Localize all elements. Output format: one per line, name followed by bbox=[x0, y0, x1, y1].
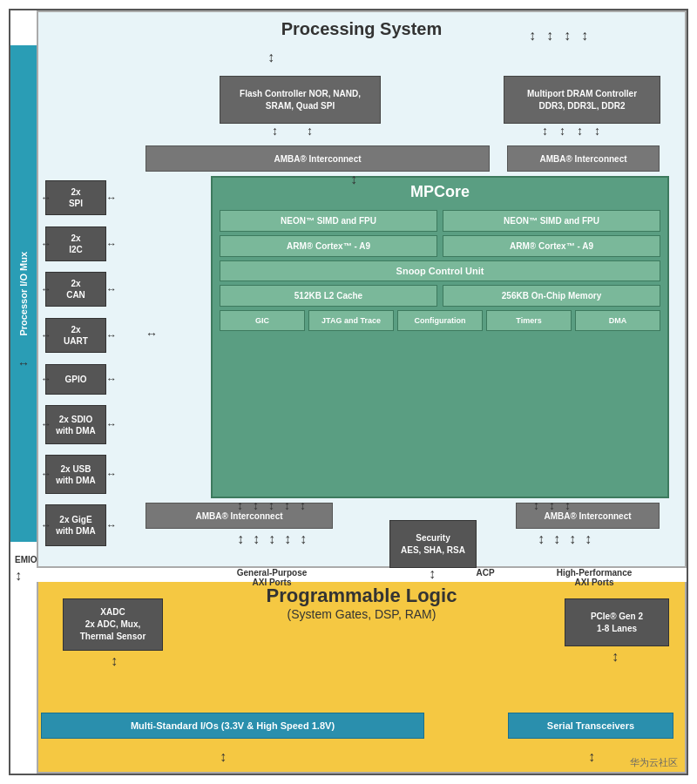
cortex2-label: ARM® Cortex™ - A9 bbox=[510, 241, 593, 251]
emio-label: EMIO bbox=[15, 555, 37, 564]
io-mux-label: Processor I/O Mux bbox=[18, 252, 29, 336]
serial-transceivers-bar: Serial Transceivers bbox=[508, 713, 673, 739]
multi-std-io-bar: Multi-Standard I/Os (3.3V & High Speed 1… bbox=[41, 713, 424, 739]
sdio-right-arrow: ↔ bbox=[106, 418, 117, 430]
gic-box: GIC bbox=[220, 310, 305, 331]
spi-left-arrow: ↔ bbox=[41, 192, 51, 204]
amba-interconnect-label-3: AMBA® Interconnect bbox=[195, 511, 282, 521]
neon2-box: NEON™ SIMD and FPU bbox=[443, 210, 660, 232]
uart-right-arrow: ↔ bbox=[106, 329, 117, 341]
flash-amba-arrow: ↕ bbox=[272, 124, 278, 138]
timers-label: Timers bbox=[516, 316, 541, 325]
amba-bottom-arrow5: ↕ bbox=[300, 498, 306, 512]
onchip-label: 256KB On-Chip Memory bbox=[502, 291, 601, 301]
peripheral-gpio: GPIO bbox=[45, 364, 106, 395]
timers-box: Timers bbox=[486, 310, 572, 331]
peripheral-i2c-label: 2xI2C bbox=[69, 233, 83, 255]
bottom-row: GIC JTAG and Trace Configuration Timers … bbox=[220, 310, 660, 331]
config-label: Configuration bbox=[415, 316, 466, 325]
i2c-left-arrow: ↔ bbox=[41, 238, 51, 250]
gige-right-arrow: ↔ bbox=[106, 519, 117, 531]
peripheral-i2c: 2xI2C bbox=[45, 226, 106, 261]
amba-interconnect-top-left: AMBA® Interconnect bbox=[145, 145, 490, 172]
dram-top-arrow2: ↕ bbox=[546, 28, 553, 44]
snoop-control-box: Snoop Control Unit bbox=[220, 260, 660, 281]
gige-left-arrow: ↔ bbox=[41, 519, 51, 531]
cortex1-box: ARM® Cortex™ - A9 bbox=[220, 235, 437, 257]
io-mux-bar: Processor I/O Mux bbox=[10, 45, 37, 542]
peripheral-usb: 2x USBwith DMA bbox=[45, 455, 106, 494]
bottom-arrow-left: ↕ bbox=[220, 749, 227, 765]
mpcore-container: MPCore NEON™ SIMD and FPU NEON™ SIMD and… bbox=[211, 176, 669, 498]
dma-label: DMA bbox=[609, 316, 627, 325]
amba-bottom-arrow2: ↕ bbox=[253, 498, 259, 512]
dram-controller-label: Multiport DRAM Controller DDR3, DDR3L, D… bbox=[527, 88, 637, 112]
dma-box: DMA bbox=[575, 310, 660, 331]
flash-top-arrow: ↕ bbox=[267, 50, 274, 65]
dram-top-arrow4: ↕ bbox=[581, 28, 588, 44]
neon1-box: NEON™ SIMD and FPU bbox=[220, 210, 437, 232]
gpio-right-arrow: ↔ bbox=[106, 373, 117, 385]
peripheral-can: 2xCAN bbox=[45, 272, 106, 307]
l2cache-box: 512KB L2 Cache bbox=[220, 285, 437, 307]
spi-right-arrow: ↔ bbox=[106, 192, 117, 204]
dram-amba-arrow2: ↕ bbox=[559, 124, 565, 138]
main-diagram: Processing System Processor I/O Mux ↔ 2x… bbox=[9, 9, 688, 775]
config-box: Configuration bbox=[397, 310, 483, 331]
flash-amba-arrow2: ↕ bbox=[307, 124, 313, 138]
gpio-left-arrow: ↔ bbox=[41, 373, 51, 385]
neon-row: NEON™ SIMD and FPU NEON™ SIMD and FPU bbox=[220, 210, 660, 232]
cortex2-box: ARM® Cortex™ - A9 bbox=[443, 235, 660, 257]
peripheral-uart-label: 2xUART bbox=[64, 324, 88, 347]
dram-amba-arrow: ↕ bbox=[542, 124, 548, 138]
cortex-row: ARM® Cortex™ - A9 ARM® Cortex™ - A9 bbox=[220, 235, 660, 257]
amba-bottom-right-arrow3: ↕ bbox=[565, 498, 571, 512]
left-main-arrow: ↔ bbox=[10, 355, 37, 372]
amba-interconnect-label-1: AMBA® Interconnect bbox=[274, 154, 361, 164]
sdio-left-arrow: ↔ bbox=[41, 418, 51, 430]
flash-controller-box: Flash Controller NOR, NAND, SRAM, Quad S… bbox=[220, 76, 381, 124]
left-main-arrow-icon: ↔ bbox=[17, 356, 30, 370]
xadc-box: XADC 2x ADC, Mux, Thermal Sensor bbox=[63, 598, 163, 651]
peripheral-sdio-label: 2x SDIOwith DMA bbox=[56, 414, 96, 436]
neon2-label: NEON™ SIMD and FPU bbox=[504, 216, 599, 226]
amba-bottom-arrow1: ↕ bbox=[237, 498, 243, 512]
onchip-box: 256KB On-Chip Memory bbox=[443, 285, 660, 307]
cache-row: 512KB L2 Cache 256KB On-Chip Memory bbox=[220, 285, 660, 307]
can-left-arrow: ↔ bbox=[41, 283, 51, 295]
multi-std-io-label: Multi-Standard I/Os (3.3V & High Speed 1… bbox=[131, 720, 335, 731]
amba-bottom-arrow4: ↕ bbox=[284, 498, 290, 512]
mpcore-title: MPCore bbox=[213, 178, 667, 206]
cortex1-label: ARM® Cortex™ - A9 bbox=[287, 241, 370, 251]
peripheral-uart: 2xUART bbox=[45, 318, 106, 353]
xadc-down-arrow: ↕ bbox=[111, 653, 118, 669]
jtag-label: JTAG and Trace bbox=[321, 316, 381, 325]
amba-peripheral-arrow: ↔ bbox=[145, 327, 158, 341]
can-right-arrow: ↔ bbox=[106, 283, 117, 295]
dram-amba-arrow3: ↕ bbox=[577, 124, 583, 138]
xadc-label: XADC 2x ADC, Mux, Thermal Sensor bbox=[80, 606, 146, 643]
dram-controller-box: Multiport DRAM Controller DDR3, DDR3L, D… bbox=[504, 76, 660, 124]
peripheral-sdio: 2x SDIOwith DMA bbox=[45, 405, 106, 444]
usb-left-arrow: ↔ bbox=[41, 468, 51, 480]
peripheral-gpio-label: GPIO bbox=[64, 374, 86, 385]
dram-top-arrow: ↕ bbox=[529, 28, 536, 44]
amba-bottom-right-arrow2: ↕ bbox=[549, 498, 555, 512]
amba-interconnect-label-4: AMBA® Interconnect bbox=[544, 511, 631, 521]
peripheral-usb-label: 2x USBwith DMA bbox=[56, 463, 96, 486]
amba-bottom-arrow3: ↕ bbox=[268, 498, 274, 512]
peripheral-gige: 2x GigEwith DMA bbox=[45, 504, 106, 546]
pcie-label: PCIe® Gen 2 1-8 Lanes bbox=[591, 611, 643, 635]
bottom-arrow-right: ↕ bbox=[588, 749, 595, 765]
dram-top-arrow3: ↕ bbox=[564, 28, 571, 44]
amba-mpcore-arrow: ↕ bbox=[350, 172, 357, 187]
dram-amba-arrow4: ↕ bbox=[594, 124, 600, 138]
watermark: 华为云社区 bbox=[630, 756, 678, 769]
l2cache-label: 512KB L2 Cache bbox=[294, 291, 362, 301]
emio-arrow: ↕ bbox=[15, 568, 22, 584]
peripheral-spi-label: 2xSPI bbox=[69, 186, 83, 209]
serial-transceivers-label: Serial Transceivers bbox=[547, 720, 634, 731]
flash-controller-label: Flash Controller NOR, NAND, SRAM, Quad S… bbox=[240, 88, 361, 112]
amba-bottom-right-arrow1: ↕ bbox=[533, 498, 539, 512]
neon1-label: NEON™ SIMD and FPU bbox=[281, 216, 376, 226]
